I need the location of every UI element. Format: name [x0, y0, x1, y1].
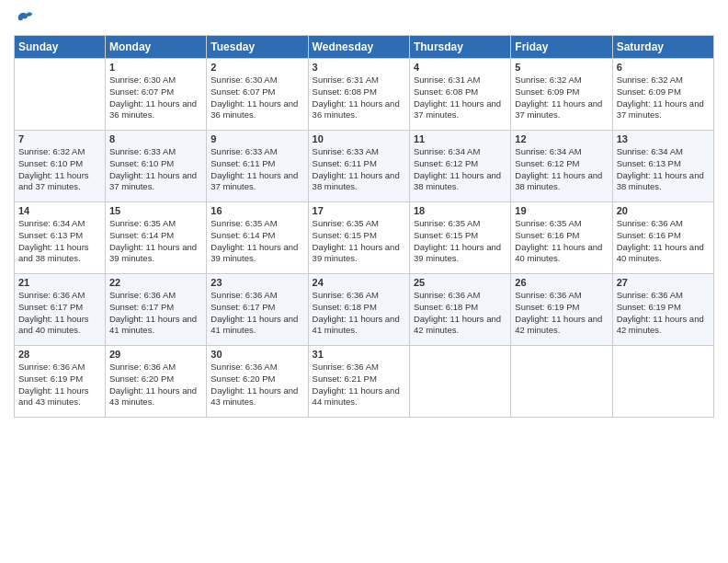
- day-info: Sunrise: 6:35 AMSunset: 6:14 PMDaylight:…: [210, 218, 303, 265]
- calendar-cell: 6Sunrise: 6:32 AMSunset: 6:09 PMDaylight…: [612, 59, 713, 131]
- day-info: Sunrise: 6:36 AMSunset: 6:17 PMDaylight:…: [210, 290, 303, 337]
- calendar-cell: [15, 59, 106, 131]
- calendar-cell: 13Sunrise: 6:34 AMSunset: 6:13 PMDayligh…: [612, 131, 713, 202]
- week-row-5: 28Sunrise: 6:36 AMSunset: 6:19 PMDayligh…: [15, 346, 714, 418]
- day-info: Sunrise: 6:33 AMSunset: 6:11 PMDaylight:…: [210, 146, 303, 193]
- calendar-cell: 16Sunrise: 6:35 AMSunset: 6:14 PMDayligh…: [207, 202, 308, 274]
- day-info: Sunrise: 6:36 AMSunset: 6:18 PMDaylight:…: [414, 290, 506, 337]
- day-info: Sunrise: 6:31 AMSunset: 6:08 PMDaylight:…: [313, 75, 405, 121]
- day-info: Sunrise: 6:36 AMSunset: 6:21 PMDaylight:…: [313, 362, 405, 408]
- day-number: 22: [109, 277, 202, 288]
- logo: [14, 9, 34, 28]
- header: [14, 9, 714, 28]
- day-info: Sunrise: 6:36 AMSunset: 6:17 PMDaylight:…: [109, 290, 202, 337]
- week-row-2: 7Sunrise: 6:32 AMSunset: 6:10 PMDaylight…: [15, 131, 714, 202]
- day-info: Sunrise: 6:34 AMSunset: 6:13 PMDaylight:…: [617, 146, 710, 193]
- calendar-cell: 31Sunrise: 6:36 AMSunset: 6:21 PMDayligh…: [308, 346, 409, 418]
- col-header-tuesday: Tuesday: [207, 36, 308, 59]
- calendar-cell: 26Sunrise: 6:36 AMSunset: 6:19 PMDayligh…: [511, 274, 612, 346]
- week-row-4: 21Sunrise: 6:36 AMSunset: 6:17 PMDayligh…: [15, 274, 714, 346]
- day-number: 15: [109, 205, 202, 216]
- day-number: 9: [210, 133, 303, 144]
- day-info: Sunrise: 6:36 AMSunset: 6:19 PMDaylight:…: [18, 362, 101, 408]
- day-number: 8: [109, 133, 202, 144]
- day-number: 30: [210, 349, 303, 360]
- day-info: Sunrise: 6:30 AMSunset: 6:07 PMDaylight:…: [109, 75, 202, 121]
- calendar-table: SundayMondayTuesdayWednesdayThursdayFrid…: [14, 35, 714, 418]
- calendar-cell: 15Sunrise: 6:35 AMSunset: 6:14 PMDayligh…: [105, 202, 206, 274]
- day-info: Sunrise: 6:36 AMSunset: 6:19 PMDaylight:…: [515, 290, 608, 337]
- day-info: Sunrise: 6:35 AMSunset: 6:15 PMDaylight:…: [414, 218, 506, 265]
- day-info: Sunrise: 6:36 AMSunset: 6:20 PMDaylight:…: [109, 362, 202, 408]
- day-number: 16: [210, 205, 303, 216]
- day-info: Sunrise: 6:32 AMSunset: 6:09 PMDaylight:…: [617, 75, 710, 121]
- day-info: Sunrise: 6:36 AMSunset: 6:16 PMDaylight:…: [617, 218, 710, 265]
- calendar-cell: 25Sunrise: 6:36 AMSunset: 6:18 PMDayligh…: [409, 274, 510, 346]
- calendar-cell: 3Sunrise: 6:31 AMSunset: 6:08 PMDaylight…: [308, 59, 409, 131]
- day-info: Sunrise: 6:36 AMSunset: 6:17 PMDaylight:…: [18, 290, 101, 337]
- day-info: Sunrise: 6:30 AMSunset: 6:07 PMDaylight:…: [210, 75, 303, 121]
- calendar-cell: 17Sunrise: 6:35 AMSunset: 6:15 PMDayligh…: [308, 202, 409, 274]
- day-info: Sunrise: 6:35 AMSunset: 6:16 PMDaylight:…: [515, 218, 608, 265]
- day-number: 28: [18, 349, 101, 360]
- day-number: 18: [414, 205, 506, 216]
- day-info: Sunrise: 6:34 AMSunset: 6:12 PMDaylight:…: [515, 146, 608, 193]
- col-header-friday: Friday: [511, 36, 612, 59]
- day-info: Sunrise: 6:33 AMSunset: 6:10 PMDaylight:…: [109, 146, 202, 193]
- day-number: 10: [313, 133, 405, 144]
- day-info: Sunrise: 6:31 AMSunset: 6:08 PMDaylight:…: [414, 75, 506, 121]
- calendar-cell: 29Sunrise: 6:36 AMSunset: 6:20 PMDayligh…: [105, 346, 206, 418]
- day-number: 19: [515, 205, 608, 216]
- day-number: 29: [109, 349, 202, 360]
- calendar-cell: 20Sunrise: 6:36 AMSunset: 6:16 PMDayligh…: [612, 202, 713, 274]
- day-info: Sunrise: 6:32 AMSunset: 6:10 PMDaylight:…: [18, 146, 101, 193]
- day-number: 3: [313, 62, 405, 73]
- day-info: Sunrise: 6:36 AMSunset: 6:18 PMDaylight:…: [313, 290, 405, 337]
- day-number: 14: [18, 205, 101, 216]
- calendar-cell: 8Sunrise: 6:33 AMSunset: 6:10 PMDaylight…: [105, 131, 206, 202]
- day-number: 13: [617, 133, 710, 144]
- calendar-cell: 24Sunrise: 6:36 AMSunset: 6:18 PMDayligh…: [308, 274, 409, 346]
- day-number: 12: [515, 133, 608, 144]
- day-number: 24: [313, 277, 405, 288]
- day-number: 21: [18, 277, 101, 288]
- calendar-cell: 12Sunrise: 6:34 AMSunset: 6:12 PMDayligh…: [511, 131, 612, 202]
- calendar-cell: 5Sunrise: 6:32 AMSunset: 6:09 PMDaylight…: [511, 59, 612, 131]
- calendar-cell: 4Sunrise: 6:31 AMSunset: 6:08 PMDaylight…: [409, 59, 510, 131]
- col-header-wednesday: Wednesday: [308, 36, 409, 59]
- calendar-cell: 28Sunrise: 6:36 AMSunset: 6:19 PMDayligh…: [15, 346, 106, 418]
- col-header-monday: Monday: [105, 36, 206, 59]
- calendar-cell: 23Sunrise: 6:36 AMSunset: 6:17 PMDayligh…: [207, 274, 308, 346]
- calendar-cell: [612, 346, 713, 418]
- calendar-cell: 2Sunrise: 6:30 AMSunset: 6:07 PMDaylight…: [207, 59, 308, 131]
- day-info: Sunrise: 6:32 AMSunset: 6:09 PMDaylight:…: [515, 75, 608, 121]
- day-info: Sunrise: 6:35 AMSunset: 6:14 PMDaylight:…: [109, 218, 202, 265]
- day-number: 31: [313, 349, 405, 360]
- calendar-header-row: SundayMondayTuesdayWednesdayThursdayFrid…: [15, 36, 714, 59]
- day-number: 7: [18, 133, 101, 144]
- day-info: Sunrise: 6:36 AMSunset: 6:20 PMDaylight:…: [210, 362, 303, 408]
- calendar-cell: 22Sunrise: 6:36 AMSunset: 6:17 PMDayligh…: [105, 274, 206, 346]
- calendar-cell: 11Sunrise: 6:34 AMSunset: 6:12 PMDayligh…: [409, 131, 510, 202]
- calendar-cell: 10Sunrise: 6:33 AMSunset: 6:11 PMDayligh…: [308, 131, 409, 202]
- calendar-cell: 9Sunrise: 6:33 AMSunset: 6:11 PMDaylight…: [207, 131, 308, 202]
- day-info: Sunrise: 6:34 AMSunset: 6:13 PMDaylight:…: [18, 218, 101, 265]
- calendar-cell: [511, 346, 612, 418]
- col-header-saturday: Saturday: [612, 36, 713, 59]
- day-number: 5: [515, 62, 608, 73]
- page-container: SundayMondayTuesdayWednesdayThursdayFrid…: [0, 0, 728, 427]
- day-number: 25: [414, 277, 506, 288]
- day-number: 17: [313, 205, 405, 216]
- day-number: 6: [617, 62, 710, 73]
- day-number: 20: [617, 205, 710, 216]
- day-info: Sunrise: 6:35 AMSunset: 6:15 PMDaylight:…: [313, 218, 405, 265]
- calendar-cell: 30Sunrise: 6:36 AMSunset: 6:20 PMDayligh…: [207, 346, 308, 418]
- calendar-cell: 19Sunrise: 6:35 AMSunset: 6:16 PMDayligh…: [511, 202, 612, 274]
- week-row-1: 1Sunrise: 6:30 AMSunset: 6:07 PMDaylight…: [15, 59, 714, 131]
- day-info: Sunrise: 6:34 AMSunset: 6:12 PMDaylight:…: [414, 146, 506, 193]
- day-info: Sunrise: 6:33 AMSunset: 6:11 PMDaylight:…: [313, 146, 405, 193]
- calendar-cell: 27Sunrise: 6:36 AMSunset: 6:19 PMDayligh…: [612, 274, 713, 346]
- logo-bird-icon: [16, 9, 34, 28]
- day-info: Sunrise: 6:36 AMSunset: 6:19 PMDaylight:…: [617, 290, 710, 337]
- calendar-cell: 18Sunrise: 6:35 AMSunset: 6:15 PMDayligh…: [409, 202, 510, 274]
